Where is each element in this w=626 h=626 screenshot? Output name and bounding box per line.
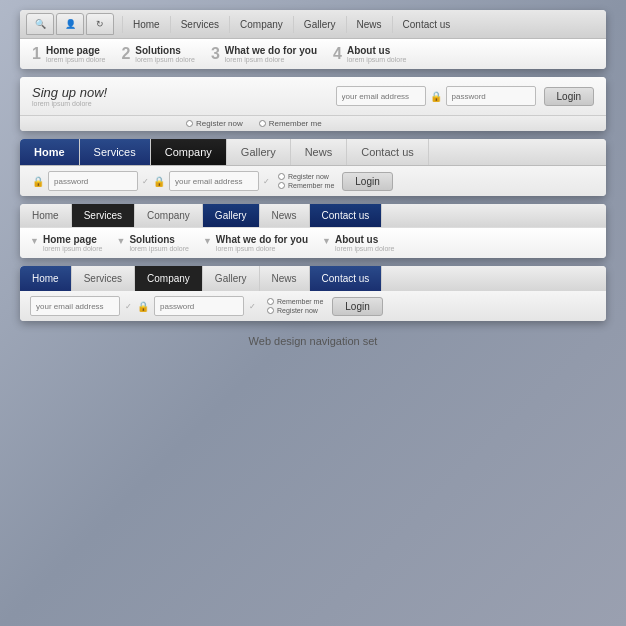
footer-label: Web design navigation set xyxy=(249,335,378,347)
nav1-services[interactable]: Services xyxy=(170,16,229,33)
signup-heading: Sing up now! xyxy=(32,85,107,100)
nav5-remember-radio[interactable] xyxy=(267,298,274,305)
nav3-register[interactable]: Register now xyxy=(278,173,334,180)
breadcrumb-2: 2 Solutions lorem ipsum dolore xyxy=(121,45,194,63)
nav3-register-radio[interactable] xyxy=(278,173,285,180)
nav4-bc-2: ▼ Solutions lorem ipsum dolore xyxy=(116,234,188,252)
nav5-gallery[interactable]: Gallery xyxy=(203,266,260,291)
nav5-top: Home Services Company Gallery News Conta… xyxy=(20,266,606,291)
nav-set-2: Sing up now! lorem ipsum dolore 🔒 Login … xyxy=(20,77,606,131)
nav3-remember-radio[interactable] xyxy=(278,182,285,189)
nav4-company[interactable]: Company xyxy=(135,204,203,227)
arrow-icon-3: ▼ xyxy=(203,236,212,246)
refresh-icon-tab[interactable]: ↻ xyxy=(86,13,114,35)
breadcrumb-1: 1 Home page lorem ipsum dolore xyxy=(32,45,105,63)
nav1-company[interactable]: Company xyxy=(229,16,293,33)
nav5-contact[interactable]: Contact us xyxy=(310,266,383,291)
nav4-home[interactable]: Home xyxy=(20,204,72,227)
nav4-bc-1: ▼ Home page lorem ipsum dolore xyxy=(30,234,102,252)
nav4-gallery[interactable]: Gallery xyxy=(203,204,260,227)
nav4-top: Home Services Company Gallery News Conta… xyxy=(20,204,606,227)
nav3-remember[interactable]: Remember me xyxy=(278,182,334,189)
nav3-email[interactable] xyxy=(169,171,259,191)
nav5-register[interactable]: Register now xyxy=(267,307,323,314)
breadcrumb-3: 3 What we do for you lorem ipsum dolore xyxy=(211,45,317,63)
nav4-bc-4: ▼ About us lorem ipsum dolore xyxy=(322,234,394,252)
nav5-remember[interactable]: Remember me xyxy=(267,298,323,305)
lock-icon-3: 🔒 xyxy=(153,176,165,187)
signup-fields: 🔒 Login xyxy=(336,86,594,106)
remember-label: Remember me xyxy=(269,119,322,128)
nav5-news[interactable]: News xyxy=(260,266,310,291)
register-label: Register now xyxy=(196,119,243,128)
nav3-login-bar: 🔒 ✓ 🔒 ✓ Register now Remember me Login xyxy=(20,166,606,196)
nav5-services[interactable]: Services xyxy=(72,266,135,291)
nav4-contact[interactable]: Contact us xyxy=(310,204,383,227)
register-option[interactable]: Register now xyxy=(186,119,243,128)
lock-icon-nav5: 🔒 xyxy=(137,301,149,312)
nav5-login-button[interactable]: Login xyxy=(332,297,382,316)
remember-radio[interactable] xyxy=(259,120,266,127)
remember-option[interactable]: Remember me xyxy=(259,119,322,128)
register-radio[interactable] xyxy=(186,120,193,127)
nav1-home[interactable]: Home xyxy=(122,16,170,33)
breadcrumb-4: 4 About us lorem ipsum dolore xyxy=(333,45,406,63)
arrow-icon: ▼ xyxy=(30,236,39,246)
signup-sub: lorem ipsum dolore xyxy=(32,100,107,107)
nav3-login-button[interactable]: Login xyxy=(342,172,392,191)
nav5-login-bar: ✓ 🔒 ✓ Remember me Register now Login xyxy=(20,291,606,321)
lock-icon-2: 🔒 xyxy=(32,176,44,187)
arrow-icon-2: ▼ xyxy=(116,236,125,246)
nav3-gallery[interactable]: Gallery xyxy=(227,139,291,165)
nav3-home[interactable]: Home xyxy=(20,139,80,165)
icon-tab-group: 🔍 👤 ↻ xyxy=(26,13,114,35)
login-button[interactable]: Login xyxy=(544,87,594,106)
nav5-company[interactable]: Company xyxy=(135,266,203,291)
nav1-news[interactable]: News xyxy=(346,16,392,33)
nav1-contact[interactable]: Contact us xyxy=(392,16,461,33)
arrow-icon-4: ▼ xyxy=(322,236,331,246)
nav-set-4: Home Services Company Gallery News Conta… xyxy=(20,204,606,258)
nav1-links: Home Services Company Gallery News Conta… xyxy=(122,16,460,33)
nav4-news[interactable]: News xyxy=(260,204,310,227)
nav1-gallery[interactable]: Gallery xyxy=(293,16,346,33)
nav5-register-radio[interactable] xyxy=(267,307,274,314)
nav3-services[interactable]: Services xyxy=(80,139,151,165)
nav-set-1: 🔍 👤 ↻ Home Services Company Gallery News… xyxy=(20,10,606,69)
nav-set-5: Home Services Company Gallery News Conta… xyxy=(20,266,606,321)
search-icon-tab[interactable]: 🔍 xyxy=(26,13,54,35)
password-input[interactable] xyxy=(446,86,536,106)
nav4-services[interactable]: Services xyxy=(72,204,135,227)
nav5-email[interactable] xyxy=(30,296,120,316)
nav5-home[interactable]: Home xyxy=(20,266,72,291)
nav1-topbar: 🔍 👤 ↻ Home Services Company Gallery News… xyxy=(20,10,606,39)
nav-set-3: Home Services Company Gallery News Conta… xyxy=(20,139,606,196)
lock-icon: 🔒 xyxy=(430,91,442,102)
signup-text: Sing up now! lorem ipsum dolore xyxy=(32,85,107,107)
nav3-company[interactable]: Company xyxy=(151,139,227,165)
option-row: Register now Remember me xyxy=(20,116,606,131)
nav1-breadcrumb-row: 1 Home page lorem ipsum dolore 2 Solutio… xyxy=(20,39,606,69)
user-icon-tab[interactable]: 👤 xyxy=(56,13,84,35)
nav3-news[interactable]: News xyxy=(291,139,348,165)
email-input[interactable] xyxy=(336,86,426,106)
nav3-contact[interactable]: Contact us xyxy=(347,139,429,165)
nav4-bc-3: ▼ What we do for you lorem ipsum dolore xyxy=(203,234,308,252)
nav5-password[interactable] xyxy=(154,296,244,316)
nav4-breadcrumb: ▼ Home page lorem ipsum dolore ▼ Solutio… xyxy=(20,227,606,258)
nav3-password[interactable] xyxy=(48,171,138,191)
signup-bar: Sing up now! lorem ipsum dolore 🔒 Login xyxy=(20,77,606,116)
nav3-top: Home Services Company Gallery News Conta… xyxy=(20,139,606,166)
